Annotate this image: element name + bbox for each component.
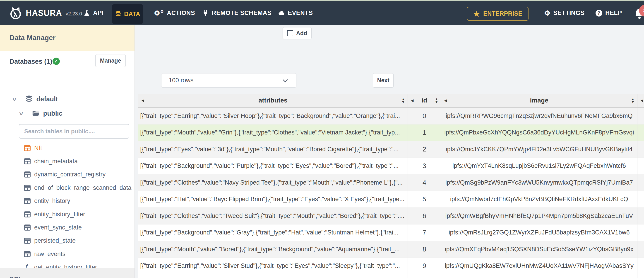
next-page-button[interactable]: Next <box>373 73 394 87</box>
collapse-column-icon[interactable]: ◂ <box>640 97 643 103</box>
cell-attributes[interactable]: [{"trait_type":"Clothes","value":"Tweed … <box>138 208 408 224</box>
cell-attributes[interactable]: [{"trait_type":"Background","value":"Gra… <box>138 224 408 241</box>
sidebar-item-raw-events[interactable]: raw_events <box>0 247 134 260</box>
sort-icon[interactable]: ▲▼ <box>435 97 438 103</box>
cell-image[interactable]: ipfs://QmUQgKka8EW7exiUHnMwZ4UoXA11wV7NF… <box>441 258 638 274</box>
hasura-brand[interactable]: HASURA v2.23.0 <box>8 1 82 25</box>
table-row[interactable]: [{"trait_type":"Background","value":"Gra… <box>138 224 644 241</box>
cell-partial[interactable] <box>638 174 644 191</box>
cell-image[interactable]: ipfs://QmRsJLrg27GQ1ZWyrXZFuJFdU5bapfzsy… <box>441 224 638 241</box>
sidebar-item-dynamic-contract-registry[interactable]: dynamic_contract_registry <box>0 168 134 181</box>
tree-node-default[interactable]: ∨ default <box>12 95 58 103</box>
column-header-partial[interactable]: ◂ <box>638 94 644 107</box>
cell-partial[interactable] <box>638 191 644 208</box>
cell-attributes[interactable]: [{"trait_type":"Clothes","value":"Navy S… <box>138 174 408 191</box>
top-navbar: HASURA v2.23.0 API DATA ⚙⚙ ACTIONS REMOT… <box>0 1 644 25</box>
cell-image[interactable]: ipfs://QmXEqPbvM4aq1SQSXN8DSuEcSo5SseYW1… <box>441 241 638 258</box>
cell-id[interactable]: 6 <box>408 208 441 224</box>
cell-partial[interactable] <box>638 241 644 258</box>
manage-button[interactable]: Manage <box>95 54 126 67</box>
cell-attributes[interactable]: [{"trait_type":"Earring","value":"Silver… <box>138 108 408 124</box>
table-row[interactable]: [{"trait_type":"Eyes","value":"3d"},{"tr… <box>138 141 644 158</box>
grid-header: ◂ attributes ▲▼ ◂ id ▲▼ ◂ image ▲▼ ◂ <box>138 94 644 108</box>
cell-image[interactable]: ipfs://QmRRPWG96cmgTn2qSzjwr2qvfNEuhunv6… <box>441 108 638 124</box>
table-row[interactable]: [{"trait_type":"Clothes","value":"Navy S… <box>138 174 644 191</box>
collapse-column-icon[interactable]: ◂ <box>142 97 144 103</box>
rows-per-page-select[interactable]: 100 rows <box>161 73 296 87</box>
sidebar-item-entity-history[interactable]: entity_history <box>0 195 134 208</box>
column-header-attributes[interactable]: ◂ attributes ▲▼ <box>138 94 408 107</box>
cell-partial[interactable] <box>638 274 644 278</box>
sort-icon[interactable]: ▲▼ <box>631 97 634 103</box>
cell-id[interactable]: 8 <box>408 241 441 258</box>
chevron-down-icon[interactable]: ∨ <box>18 110 24 116</box>
cell-partial[interactable] <box>638 141 644 158</box>
cell-image[interactable]: ipfs://QmcJYkCKK7QPmYWjp4FD2e3Lv5WCGFuHN… <box>441 141 638 158</box>
tab-remote-schemas[interactable]: REMOTE SCHEMAS <box>202 1 272 25</box>
sidebar-item-event-sync-state[interactable]: event_sync_state <box>0 221 134 234</box>
tab-actions[interactable]: ⚙⚙ ACTIONS <box>154 1 195 25</box>
cell-partial[interactable] <box>638 108 644 124</box>
tab-data[interactable]: DATA <box>112 4 143 24</box>
collapse-column-icon[interactable]: ◂ <box>411 97 414 103</box>
cell-attributes[interactable]: [{"trait_type":"Hat","value":"Bayc Flipp… <box>138 191 408 208</box>
cell-id[interactable]: 1 <box>408 124 441 141</box>
sort-icon[interactable]: ▲▼ <box>402 97 405 103</box>
table-row[interactable]: [{"trait_type":"Earring","value":"Silver… <box>138 258 644 274</box>
tab-events[interactable]: EVENTS <box>278 1 313 25</box>
cell-id[interactable]: 5 <box>408 191 441 208</box>
table-name: event_sync_state <box>34 224 82 231</box>
cell-partial[interactable] <box>638 224 644 241</box>
table-icon <box>24 251 31 257</box>
table-row-partial[interactable] <box>138 274 644 278</box>
sidebar-item-chain-metadata[interactable]: chain_metadata <box>0 155 134 168</box>
table-row[interactable]: [{"trait_type":"Hat","value":"Bayc Flipp… <box>138 191 644 208</box>
enterprise-button[interactable]: ★ ENTERPRISE <box>467 7 528 21</box>
cell-id[interactable]: 7 <box>408 224 441 241</box>
sidebar-item-entity-history-filter[interactable]: entity_history_filter <box>0 208 134 221</box>
cell-partial[interactable] <box>638 258 644 274</box>
cell-image[interactable]: ipfs://QmWBgfBhyVmHNhBfEQ7p1P4Mpn7pm5b8K… <box>441 208 638 224</box>
column-header-id[interactable]: ◂ id ▲▼ <box>408 94 441 107</box>
chevron-down-icon[interactable]: ∨ <box>12 96 18 102</box>
cell-attributes[interactable] <box>138 274 408 278</box>
tab-api[interactable]: API <box>83 1 104 25</box>
cell-image[interactable]: ipfs://QmSg9bPzW9anFYc3wWU5KnvymwkxQTpmq… <box>441 174 638 191</box>
table-row[interactable]: [{"trait_type":"Clothes","value":"Tweed … <box>138 208 644 224</box>
cell-image[interactable] <box>441 274 638 278</box>
cell-id[interactable]: 4 <box>408 174 441 191</box>
notifications-button[interactable]: 8 <box>633 8 644 23</box>
cell-id[interactable]: 2 <box>408 141 441 158</box>
column-title: image <box>530 97 548 104</box>
sidebar-item-end-of-block-range-scanned-data[interactable]: end_of_block_range_scanned_data <box>0 181 134 194</box>
cell-image[interactable]: ipfs://QmNwbd7ctEhGpVkP8nZvBBQfiNeFKRdxf… <box>441 191 638 208</box>
cell-image[interactable]: ipfs://QmPbxeGcXhYQQNgsC6a36dDyYUcHgMLnG… <box>441 124 638 141</box>
cell-attributes[interactable]: [{"trait_type":"Mouth","value":"Grin"},{… <box>138 124 408 141</box>
table-row-highlighted[interactable]: [{"trait_type":"Mouth","value":"Grin"},{… <box>138 124 644 141</box>
sidebar-item-persisted-state[interactable]: persisted_state <box>0 234 134 247</box>
column-header-image[interactable]: ◂ image ▲▼ <box>441 94 638 107</box>
cell-attributes[interactable]: [{"trait_type":"Earring","value":"Silver… <box>138 258 408 274</box>
settings-button[interactable]: ⚙ SETTINGS <box>544 1 585 25</box>
cell-attributes[interactable]: [{"trait_type":"Background","value":"Pur… <box>138 158 408 174</box>
add-row-button[interactable]: Add <box>282 27 312 39</box>
table-row[interactable]: [{"trait_type":"Background","value":"Pur… <box>138 158 644 175</box>
cell-id[interactable]: 9 <box>408 258 441 274</box>
cell-partial[interactable] <box>638 158 644 174</box>
cell-attributes[interactable]: [{"trait_type":"Eyes","value":"3d"},{"tr… <box>138 141 408 158</box>
cell-attributes[interactable]: [{"trait_type":"Mouth","value":"Bored"},… <box>138 241 408 258</box>
table-row[interactable]: [{"trait_type":"Earring","value":"Silver… <box>138 108 644 124</box>
cell-id[interactable] <box>408 274 441 278</box>
cell-partial[interactable] <box>638 124 644 141</box>
help-button[interactable]: ? HELP <box>596 1 622 25</box>
search-tables-input[interactable] <box>19 124 129 138</box>
cell-id[interactable]: 3 <box>408 158 441 174</box>
sql-section-label[interactable]: SQL <box>10 275 23 278</box>
collapse-column-icon[interactable]: ◂ <box>444 97 447 103</box>
cell-partial[interactable] <box>638 208 644 224</box>
cell-id[interactable]: 0 <box>408 108 441 124</box>
cell-image[interactable]: ipfs://QmYxT4LnK8sqLupjbS6eRvu1si7Ly2wFQ… <box>441 158 638 174</box>
table-row[interactable]: [{"trait_type":"Mouth","value":"Bored"},… <box>138 241 644 258</box>
tree-node-public[interactable]: ∨ public <box>19 109 62 117</box>
sidebar-item-nft[interactable]: Nft <box>0 142 134 155</box>
